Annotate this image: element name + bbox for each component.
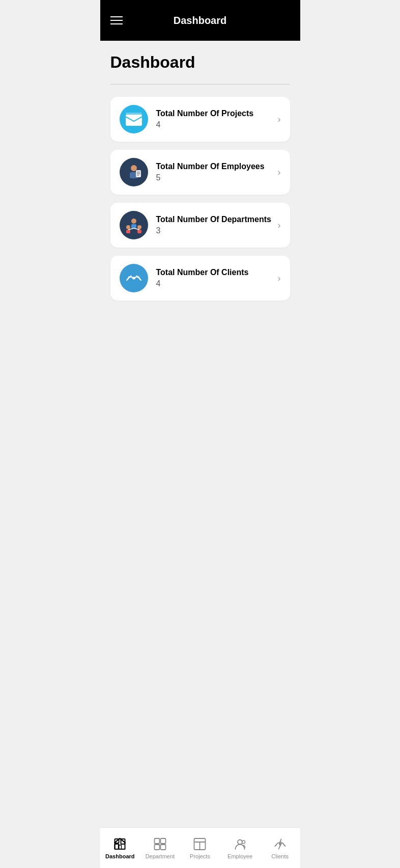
clients-icon (120, 264, 148, 292)
employees-count: 5 (156, 173, 274, 182)
svg-rect-11 (126, 230, 130, 233)
clients-count: 4 (156, 279, 274, 288)
svg-rect-0 (126, 115, 142, 126)
employees-text: Total Number Of Employees 5 (156, 162, 274, 182)
departments-card[interactable]: Total Number Of Departments 3 › (110, 203, 290, 248)
projects-count: 4 (156, 120, 274, 129)
svg-rect-6 (136, 173, 140, 174)
top-bar-title: Dashboard (174, 15, 226, 26)
projects-card[interactable]: Total Number Of Projects 4 › (110, 97, 290, 142)
clients-card[interactable]: Total Number Of Clients 4 › (110, 256, 290, 301)
departments-icon (120, 211, 148, 239)
page-title: Dashboard (110, 53, 290, 72)
departments-title: Total Number Of Departments (156, 215, 274, 224)
svg-rect-1 (126, 113, 142, 116)
svg-point-12 (137, 225, 141, 229)
divider (110, 84, 290, 85)
svg-point-8 (131, 219, 136, 224)
svg-point-2 (131, 165, 137, 171)
employees-chevron: › (278, 167, 281, 178)
svg-point-17 (132, 277, 135, 280)
employees-card[interactable]: Total Number Of Employees 5 › (110, 150, 290, 195)
main-content: Dashboard Total Number Of Projects 4 › (100, 41, 300, 393)
projects-icon (120, 105, 148, 133)
departments-text: Total Number Of Departments 3 (156, 215, 274, 235)
departments-chevron: › (278, 220, 281, 231)
top-bar: Dashboard (100, 0, 300, 41)
projects-title: Total Number Of Projects (156, 109, 274, 118)
departments-count: 3 (156, 226, 274, 235)
clients-text: Total Number Of Clients 4 (156, 268, 274, 288)
employees-title: Total Number Of Employees (156, 162, 274, 171)
clients-chevron: › (278, 273, 281, 284)
projects-text: Total Number Of Projects 4 (156, 109, 274, 129)
projects-chevron: › (278, 114, 281, 125)
svg-rect-9 (131, 224, 136, 228)
svg-rect-13 (137, 230, 141, 233)
svg-rect-5 (136, 172, 140, 173)
employees-icon (120, 158, 148, 186)
svg-point-10 (126, 225, 130, 229)
clients-title: Total Number Of Clients (156, 268, 274, 277)
svg-rect-7 (136, 175, 139, 176)
menu-icon[interactable] (110, 16, 123, 24)
